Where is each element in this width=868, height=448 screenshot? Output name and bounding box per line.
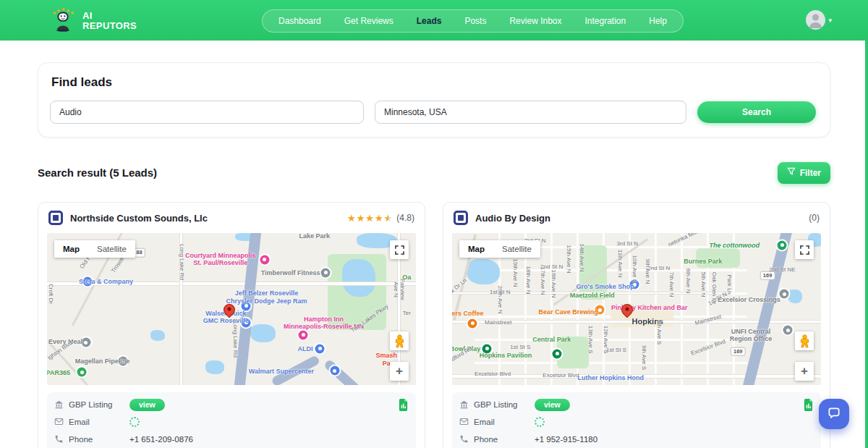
funnel-icon — [787, 167, 796, 178]
map-label: Oa — [402, 274, 411, 281]
search-button[interactable]: Search — [697, 101, 816, 123]
lead-select-icon[interactable] — [454, 211, 468, 225]
map-label: 16th Ave N — [550, 270, 557, 298]
map-label: Luther Hopkins Hond — [578, 373, 644, 381]
pegman-icon[interactable] — [390, 331, 409, 350]
lead-cards: Northside Custom Sounds, Llc ★★★★★ ★★★★★… — [38, 202, 830, 448]
fullscreen-icon[interactable] — [795, 240, 814, 259]
map-label: Ter — [403, 310, 411, 317]
email-row: Email — [459, 413, 814, 431]
google-map[interactable]: Map Satellite + Lake ParkCourtyard Minne… — [47, 233, 416, 385]
map-label: Jeff Belzer Roseville Chrysler Dodge Jee… — [226, 289, 307, 305]
nav-item-help[interactable]: Help — [637, 11, 678, 31]
robot-logo-icon: ★ ★ ★ ★ ★ — [49, 7, 77, 35]
map-label: 19th Ave N — [511, 258, 518, 287]
main-nav: Dashboard Get Reviews Leads Posts Review… — [262, 9, 684, 33]
lead-info: GBP Listing view Email Phone +1 651-209-… — [47, 392, 416, 448]
map-label: 1st St S — [510, 344, 530, 350]
view-listing-button[interactable]: view — [535, 399, 570, 411]
satellite-view-button[interactable]: Satellite — [493, 240, 540, 258]
nav-item-leads[interactable]: Leads — [405, 11, 454, 31]
nav-item-dashboard[interactable]: Dashboard — [267, 11, 333, 31]
envelope-icon — [459, 417, 469, 428]
map-label: 169 — [731, 347, 746, 356]
map-label: 8th Ave S — [655, 319, 662, 344]
map-label: Courtyard Minneapolis St. Paul/Roseville — [185, 251, 256, 266]
nav-item-review-inbox[interactable]: Review Inbox — [498, 11, 573, 31]
map-label: 3rd St N — [617, 240, 638, 247]
map-label: 7th Ave N — [668, 272, 675, 297]
report-doc-icon[interactable] — [803, 399, 814, 411]
satellite-view-button[interactable]: Satellite — [88, 240, 135, 258]
map-label: Central Park — [532, 336, 571, 343]
lead-select-icon[interactable] — [48, 211, 63, 225]
map-label: 11th Ave N — [616, 250, 623, 277]
map-label: 13th Ave S — [587, 326, 594, 354]
chat-bubble-button[interactable] — [819, 399, 849, 429]
map-view-button[interactable]: Map — [54, 240, 88, 258]
view-listing-button[interactable]: view — [129, 399, 165, 411]
i-tree-poi-icon — [778, 240, 787, 250]
i-green-poi-icon — [77, 368, 87, 377]
map-label: Walmart Supercenter — [249, 368, 314, 375]
svg-text:★: ★ — [56, 8, 61, 13]
map-label: Lake Park — [299, 233, 330, 240]
location-input[interactable] — [375, 101, 686, 124]
map-label: Croft Dr — [48, 284, 54, 304]
gbp-row: GBP Listing view — [54, 396, 409, 413]
map-view-button[interactable]: Map — [459, 240, 493, 258]
i-coffee-poi-icon — [468, 318, 477, 328]
report-doc-icon[interactable] — [398, 399, 409, 411]
lead-title: Audio By Design — [475, 213, 550, 224]
star-rating-icon: ★★★★★ ★★★★★ — [347, 214, 393, 223]
map-pin-icon — [621, 302, 633, 319]
map-label: 5th Ave N — [699, 272, 706, 297]
map-pin-icon — [224, 302, 235, 319]
map-label: PAR365 — [47, 369, 70, 376]
filter-button[interactable]: Filter — [778, 162, 830, 184]
map-water — [205, 360, 224, 374]
chevron-down-icon: ▾ — [828, 17, 832, 24]
rating-value: (0) — [809, 213, 820, 223]
lead-rating: ★★★★★ ★★★★★ (0) — [809, 213, 820, 223]
building-icon — [459, 400, 469, 410]
zoom-in-button[interactable]: + — [390, 362, 409, 381]
map-label: 169 — [760, 271, 775, 280]
phone-row: Phone +1 651-209-0876 — [54, 431, 409, 448]
map-label: 6th Ave N — [685, 269, 692, 294]
results-heading: Search result (5 Leads) — [38, 166, 157, 179]
keyword-input[interactable] — [50, 101, 364, 124]
account-menu[interactable]: ▾ — [806, 10, 832, 30]
nav-item-integration[interactable]: Integration — [574, 11, 638, 31]
phone-value: +1 651-209-0876 — [129, 435, 193, 444]
phone-icon — [459, 434, 469, 445]
gbp-row: GBP Listing view — [459, 396, 814, 413]
phone-icon — [54, 434, 64, 445]
google-map[interactable]: Map Satellite + 3rd St N3rd St N2nd St N… — [452, 233, 821, 385]
map-label: 14th Ave N — [578, 243, 584, 271]
map-label: 18th Ave N — [524, 266, 531, 295]
svg-text:★: ★ — [61, 7, 65, 12]
map-label: Mainstreet — [485, 319, 511, 326]
i-lock-poi-icon — [330, 366, 339, 376]
fullscreen-icon[interactable] — [390, 240, 409, 259]
map-label: 15th Ave N — [565, 245, 571, 273]
chat-bubble-icon — [827, 406, 841, 423]
page-edge-strip — [865, 41, 868, 448]
i-grey-poi-icon — [321, 268, 331, 277]
map-label: Maetzold Field — [570, 292, 615, 299]
pegman-icon[interactable] — [795, 331, 814, 350]
lead-rating: ★★★★★ ★★★★★ (4.8) — [347, 213, 414, 223]
nav-item-posts[interactable]: Posts — [453, 11, 498, 31]
envelope-icon — [54, 417, 64, 428]
map-label: 17th Ave N — [539, 267, 545, 295]
svg-text:★: ★ — [69, 10, 74, 15]
map-water — [250, 324, 276, 342]
map-water — [788, 289, 802, 303]
zoom-in-button[interactable]: + — [795, 362, 814, 381]
brand-name: AI REPUTORS — [82, 11, 137, 32]
map-label: The cottonwood — [709, 242, 760, 249]
nav-item-get-reviews[interactable]: Get Reviews — [333, 11, 405, 31]
top-bar: ★ ★ ★ ★ ★ AI REPUTORS Dashboard Get Revi… — [0, 0, 868, 41]
phone-row: Phone +1 952-915-1180 — [459, 431, 814, 448]
